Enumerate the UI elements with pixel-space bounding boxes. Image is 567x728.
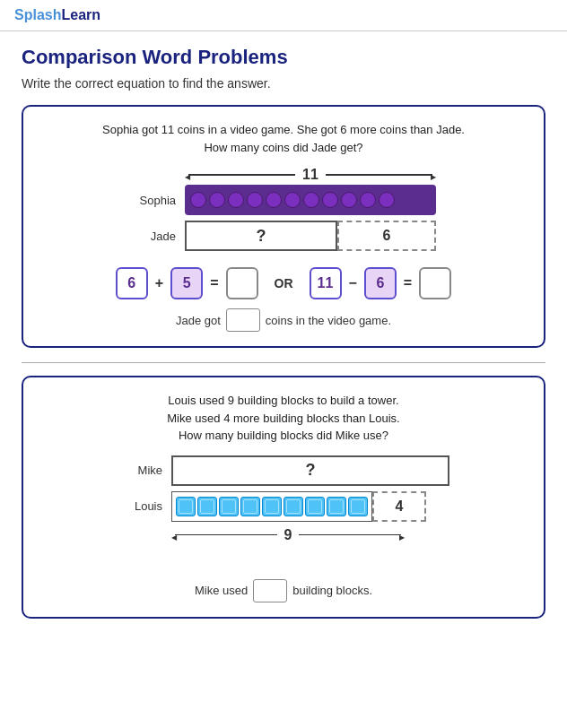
- jade-bar-wrapper: ? 6: [185, 221, 436, 251]
- answer-blank-2[interactable]: [253, 579, 287, 602]
- louis-bar-wrapper: 4: [171, 491, 426, 522]
- mike-bar: ?: [171, 455, 449, 486]
- arrow-horiz-1: [188, 174, 295, 176]
- arrow-number-1: 11: [302, 167, 318, 183]
- eq2-a: 11: [310, 267, 342, 299]
- block-5: [284, 497, 303, 516]
- problem1-line2: How many coins did Jade get?: [204, 141, 362, 154]
- page-title: Comparison Word Problems: [22, 46, 545, 69]
- mike-question: ?: [306, 461, 316, 480]
- jade-dashed-number: 6: [383, 228, 391, 244]
- mike-label: Mike: [109, 464, 162, 477]
- jade-row: Jade ? 6: [122, 221, 445, 251]
- problem2-line1: Louis used 9 building blocks to build a …: [168, 394, 398, 407]
- problem-box-2: Louis used 9 building blocks to build a …: [22, 376, 545, 619]
- jade-question: ?: [257, 227, 266, 246]
- arrow-right-2: [401, 527, 405, 543]
- arrow-line-1: 11: [185, 167, 436, 183]
- block-6: [305, 497, 325, 516]
- sophia-row: Sophia: [122, 185, 445, 215]
- arrow-horiz-2a: [175, 534, 277, 536]
- main-content: Comparison Word Problems Write the corre…: [0, 31, 567, 647]
- eq1-answer[interactable]: [226, 267, 258, 299]
- eq2-answer[interactable]: [419, 267, 451, 299]
- block-4: [262, 497, 282, 516]
- arrow-line-2: 9: [171, 527, 405, 543]
- answer-suffix-1: coins in the video game.: [266, 314, 391, 327]
- arrow-horiz-2b: [299, 534, 401, 536]
- coin-3: [247, 192, 263, 208]
- page-subtitle: Write the correct equation to find the a…: [22, 76, 545, 91]
- problem1-text: Sophia got 11 coins in a video game. She…: [41, 121, 526, 156]
- jade-dashed-bar: 6: [337, 221, 436, 251]
- answer-sentence-1: Jade got coins in the video game.: [41, 308, 526, 332]
- eq1-eq: =: [210, 275, 218, 291]
- coin-8: [341, 192, 357, 208]
- block-2: [219, 497, 239, 516]
- eq1-op1: +: [155, 275, 163, 291]
- louis-dashed-bar: 4: [372, 491, 426, 522]
- sophia-label: Sophia: [122, 194, 176, 207]
- louis-solid-bar: [171, 491, 372, 522]
- answer-prefix-2: Mike used: [195, 584, 248, 597]
- coin-7: [322, 192, 338, 208]
- coin-1: [209, 192, 225, 208]
- logo: SplashLearn: [14, 7, 100, 22]
- problem1-line1: Sophia got 11 coins in a video game. She…: [102, 123, 465, 136]
- eq2-eq: =: [404, 275, 412, 291]
- block-3: [240, 497, 260, 516]
- divider: [22, 362, 545, 363]
- answer-suffix-2: building blocks.: [292, 584, 372, 597]
- problem-box-1: Sophia got 11 coins in a video game. She…: [22, 105, 545, 348]
- jade-label: Jade: [122, 230, 176, 243]
- arrow-horiz-1b: [326, 174, 432, 176]
- coin-9: [360, 192, 376, 208]
- eq1-a: 6: [116, 267, 148, 299]
- eq1-b: 5: [170, 267, 203, 299]
- louis-dashed-number: 4: [396, 498, 404, 515]
- top-bar: SplashLearn: [0, 0, 567, 31]
- or-text: OR: [275, 276, 293, 290]
- jade-solid-bar: ?: [185, 221, 337, 251]
- eq2-b: 6: [364, 267, 397, 299]
- arrow-row-2: 9: [171, 527, 458, 543]
- arrow-right-1: [432, 167, 436, 183]
- coin-5: [284, 192, 301, 208]
- coin-4: [266, 192, 282, 208]
- block-1: [197, 497, 217, 516]
- mike-row: Mike ?: [109, 455, 458, 486]
- eq2-op1: −: [349, 275, 357, 291]
- coin-10: [379, 192, 395, 208]
- equation-section-1: 6 + 5 = OR 11 − 6 =: [41, 267, 526, 299]
- coin-6: [303, 192, 319, 208]
- sophia-bar: [185, 185, 436, 215]
- block-7: [327, 497, 346, 516]
- logo-splash: Splash: [14, 7, 61, 22]
- louis-row: Louis 4: [109, 491, 458, 522]
- block-8: [348, 497, 368, 516]
- answer-sentence-2: Mike used building blocks.: [41, 579, 526, 602]
- louis-label: Louis: [109, 499, 162, 513]
- problem2-line3: How many building blocks did Mike use?: [179, 429, 388, 442]
- logo-learn: Learn: [61, 7, 100, 22]
- problem2-text: Louis used 9 building blocks to build a …: [41, 392, 526, 445]
- block-0: [176, 497, 196, 516]
- coin-2: [228, 192, 244, 208]
- coin-0: [190, 192, 206, 208]
- answer-prefix-1: Jade got: [176, 314, 221, 327]
- problem2-line2: Mike used 4 more building blocks than Lo…: [167, 412, 399, 425]
- arrow-row-1: 11: [185, 167, 445, 183]
- answer-blank-1[interactable]: [226, 308, 260, 332]
- arrow-number-2: 9: [284, 527, 292, 543]
